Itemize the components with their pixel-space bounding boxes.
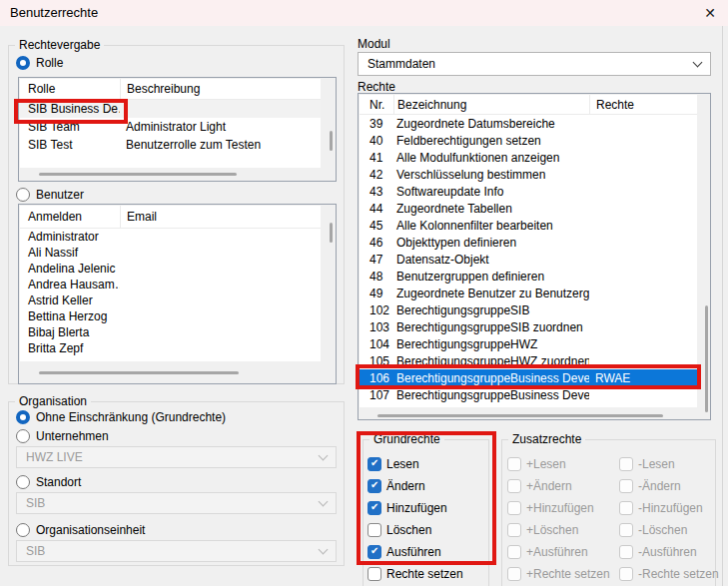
- checkbox-icon: [507, 545, 521, 559]
- cell-nr: 105: [360, 354, 393, 368]
- standort-dropdown-value: SIB: [26, 496, 45, 510]
- table-row[interactable]: 107 BerechtigungsgruppeBusiness Devel…: [360, 386, 697, 403]
- table-row[interactable]: Ali Nassif: [20, 245, 321, 261]
- checkbox-row[interactable]: Lesen: [367, 456, 463, 471]
- group-grundrechte: Grundrechte Lesen Ändern Hinzufügen Lösc…: [363, 439, 489, 586]
- rechte-table-content: Nr. Bezeichnung Rechte 39 Zugeordnete Da…: [360, 95, 697, 407]
- radio-icon: [16, 429, 30, 443]
- table-row[interactable]: Britta Zepf: [20, 340, 321, 356]
- checkbox-icon: [619, 523, 633, 537]
- table-row[interactable]: 46 Objekttypen definieren: [360, 234, 697, 251]
- cell-nr: 46: [360, 236, 393, 250]
- table-row[interactable]: 104 BerechtigungsgruppeHWZ: [360, 335, 697, 352]
- cell-anmelden: Astrid Keller: [20, 293, 120, 307]
- vertical-scrollbar-thumb[interactable]: [330, 223, 333, 243]
- cell-anmelden: Andelina Jelenic: [20, 262, 120, 276]
- horizontal-scrollbar-thumb[interactable]: [39, 173, 237, 176]
- standort-dropdown: SIB: [16, 492, 337, 514]
- table-row[interactable]: 45 Alle Kolonnenfilter bearbeiten: [360, 217, 697, 234]
- rechte-label: Rechte: [358, 80, 395, 94]
- table-row[interactable]: Administrator: [20, 229, 321, 245]
- checkbox-icon: [507, 501, 521, 515]
- cell-beschreibung: Administrator Light: [120, 120, 321, 134]
- column-header[interactable]: Rechte: [589, 95, 697, 114]
- horizontal-scrollbar-thumb[interactable]: [377, 414, 663, 417]
- checkbox-row[interactable]: Ändern: [367, 478, 463, 493]
- column-header[interactable]: Bezeichnung: [393, 95, 589, 114]
- checkbox-row: +Rechte setzen: [507, 566, 610, 581]
- radio-standort-label: Standort: [36, 475, 81, 489]
- cell-bezeichnung: Benutzergruppen definieren: [393, 270, 589, 284]
- radio-ohne-einschraenkung[interactable]: Ohne Einschränkung (Grundrechte): [16, 409, 226, 424]
- checkbox-label: +Ändern: [526, 479, 572, 493]
- table-row[interactable]: 106 BerechtigungsgruppeBusiness Devel… R…: [360, 369, 697, 386]
- checkbox-row[interactable]: Hinzufügen: [367, 500, 463, 515]
- column-header[interactable]: Rolle: [20, 82, 120, 96]
- rechte-table-header: Nr. Bezeichnung Rechte: [360, 95, 697, 115]
- column-header[interactable]: Email: [120, 206, 321, 228]
- cell-nr: 42: [360, 168, 393, 182]
- radio-unternehmen[interactable]: Unternehmen: [16, 428, 109, 443]
- checkbox-row[interactable]: Löschen: [367, 522, 463, 537]
- column-header[interactable]: Anmelden: [20, 210, 120, 224]
- table-row[interactable]: Andrea Hausam…: [20, 277, 321, 293]
- table-row[interactable]: Astrid Keller: [20, 293, 321, 308]
- checkbox-row: -Rechte setzen: [619, 566, 719, 581]
- close-icon[interactable]: ✕: [700, 3, 720, 23]
- table-row[interactable]: 105 BerechtigungsgruppeHWZ zuordnen: [360, 352, 697, 369]
- checkbox-label: -Hinzufügen: [638, 501, 703, 515]
- table-row[interactable]: 39 Zugeordnete Datumsbereiche: [360, 115, 697, 132]
- checkbox-label: +Hinzufügen: [526, 501, 594, 515]
- checkbox-label: Ausführen: [386, 545, 441, 559]
- roles-table-header: Rolle Beschreibung: [20, 79, 321, 100]
- radio-rolle[interactable]: Rolle: [16, 55, 63, 70]
- radio-benutzer[interactable]: Benutzer: [16, 187, 84, 202]
- radio-organisationseinheit[interactable]: Organisationseinheit: [16, 522, 145, 537]
- unternehmen-dropdown: HWZ LIVE: [16, 446, 337, 468]
- table-row[interactable]: 41 Alle Modulfunktionen anzeigen: [360, 149, 697, 166]
- column-header[interactable]: Nr.: [360, 98, 393, 112]
- cell-anmelden: Andrea Hausam…: [20, 278, 120, 292]
- cell-bezeichnung: BerechtigungsgruppeHWZ zuordnen: [393, 354, 589, 368]
- radio-icon: [16, 475, 30, 489]
- checkbox-label: -Löschen: [638, 523, 687, 537]
- checkbox-row: +Hinzufügen: [507, 500, 610, 515]
- modul-dropdown[interactable]: Stammdaten: [358, 52, 711, 76]
- table-row[interactable]: SIB Team Administrator Light: [20, 118, 321, 136]
- column-header[interactable]: Beschreibung: [120, 79, 321, 99]
- table-row[interactable]: 102 BerechtigungsgruppeSIB: [360, 301, 697, 318]
- vertical-scrollbar-thumb[interactable]: [330, 131, 333, 151]
- vertical-scrollbar-thumb[interactable]: [705, 305, 708, 412]
- table-row[interactable]: SIB Business De…: [20, 100, 321, 118]
- cell-nr: 43: [360, 185, 393, 199]
- modul-label: Modul: [358, 37, 390, 51]
- checkbox-row[interactable]: Rechte setzen: [367, 566, 463, 581]
- table-row[interactable]: 44 Zugeordnete Tabellen: [360, 200, 697, 217]
- users-table-content: Anmelden Email Administrator Ali Nassif …: [20, 206, 321, 361]
- cell-nr: 48: [360, 270, 393, 284]
- cell-bezeichnung: BerechtigungsgruppeBusiness Devel…: [393, 371, 589, 385]
- checkbox-row[interactable]: Ausführen: [367, 544, 463, 559]
- table-row[interactable]: SIB Test Benutzerrolle zum Testen: [20, 136, 321, 154]
- table-row[interactable]: 48 Benutzergruppen definieren: [360, 268, 697, 285]
- checkbox-icon: [507, 523, 521, 537]
- checkbox-icon: [367, 479, 381, 493]
- table-row[interactable]: Bibaj Blerta: [20, 324, 321, 340]
- checkbox-icon: [507, 479, 521, 493]
- table-row[interactable]: 47 Datensatz-Objekt: [360, 251, 697, 268]
- table-row[interactable]: 40 Feldberechtigungen setzen: [360, 132, 697, 149]
- radio-icon: [16, 56, 30, 70]
- cell-bezeichnung: Alle Modulfunktionen anzeigen: [393, 151, 589, 165]
- dialog-title: Benutzerrechte: [10, 0, 98, 26]
- table-row[interactable]: Andelina Jelenic: [20, 261, 321, 277]
- horizontal-scrollbar-thumb[interactable]: [39, 371, 239, 374]
- checkbox-label: -Rechte setzen: [638, 567, 719, 581]
- table-row[interactable]: 42 Verschlüsselung bestimmen: [360, 166, 697, 183]
- table-row[interactable]: 43 Softwareupdate Info: [360, 183, 697, 200]
- radio-standort[interactable]: Standort: [16, 474, 81, 489]
- table-row[interactable]: Bettina Herzog: [20, 308, 321, 324]
- table-row[interactable]: 49 Zugeordnete Benutzer zu Benutzerg…: [360, 285, 697, 301]
- table-row[interactable]: 103 BerechtigungsgruppeSIB zuordnen: [360, 318, 697, 335]
- window-right-edge: [722, 26, 723, 586]
- checkbox-row: +Lesen: [507, 456, 610, 471]
